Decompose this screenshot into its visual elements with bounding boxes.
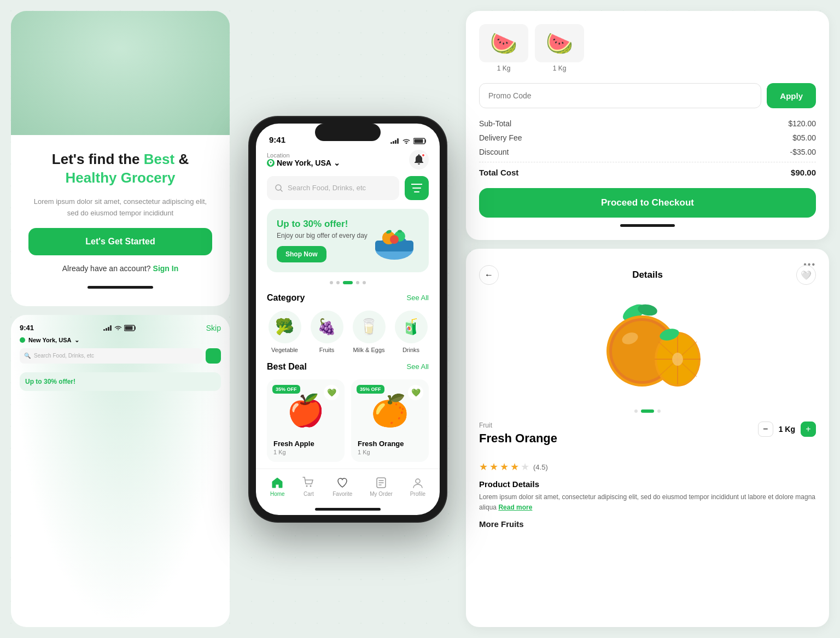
- best-deal-see-all[interactable]: See All: [407, 362, 429, 371]
- category-vegetable-label: Vegetable: [271, 347, 298, 353]
- nav-home[interactable]: Home: [270, 476, 285, 497]
- mini-search-bar: 🔍 Search Food, Drinks, etc: [20, 348, 202, 364]
- notification-dot: [421, 153, 425, 157]
- status-time: 9:41: [269, 135, 285, 144]
- svg-point-35: [390, 235, 399, 244]
- category-vegetable[interactable]: 🥦 Vegetable: [267, 311, 302, 353]
- hero-dot-3: [657, 409, 661, 413]
- fruits-icon: 🍇: [311, 311, 343, 343]
- orange-name: Fresh Orange: [358, 440, 422, 448]
- mini-phone-card: 9:41: [11, 315, 230, 628]
- center-panel: 9:41: [238, 11, 457, 627]
- checkout-button[interactable]: Proceed to Checkout: [479, 188, 816, 218]
- product-orange-card[interactable]: 35% OFF 💚 🍊 Fresh Orange 1 Kg: [351, 379, 429, 462]
- location-bar: Location New York, USA ⌄: [267, 148, 429, 169]
- mini-status-icons: [103, 325, 136, 331]
- phone-screen: 9:41: [256, 124, 440, 515]
- product-apple-card[interactable]: 35% OFF 💚 🍎 Fresh Apple 1 Kg: [267, 379, 345, 462]
- cart-item-qty-2: 1 Kg: [535, 65, 584, 72]
- dot-3: [343, 281, 353, 284]
- star-4: ★: [510, 461, 519, 473]
- svg-point-12: [97, 58, 121, 83]
- total-row: Total Cost $90.00: [479, 162, 816, 177]
- decrease-quantity-button[interactable]: −: [758, 422, 773, 437]
- banner-subtitle: Enjoy our big offer of every day: [277, 232, 368, 239]
- categories-list: 🥦 Vegetable 🍇 Fruits 🥛 Milk & Eggs: [267, 311, 429, 353]
- get-started-button[interactable]: Let's Get Started: [28, 228, 212, 255]
- mini-skip-button[interactable]: Skip: [206, 324, 221, 332]
- category-fruits[interactable]: 🍇 Fruits: [309, 311, 345, 353]
- onboarding-hero-image: [11, 11, 230, 135]
- phone-frame: 9:41: [249, 117, 446, 522]
- star-1: ★: [479, 461, 488, 473]
- nav-profile[interactable]: Profile: [410, 476, 425, 497]
- discount-label: Discount: [479, 148, 509, 156]
- star-5: ★: [521, 461, 529, 473]
- details-header: ← Details 🤍: [479, 265, 816, 285]
- category-drinks[interactable]: 🧃 Drinks: [393, 311, 429, 353]
- search-input[interactable]: Search Food, Drinks, etc: [267, 176, 399, 200]
- svg-point-6: [96, 24, 145, 51]
- svg-rect-29: [415, 139, 423, 143]
- location-pin-icon: [267, 159, 275, 167]
- svg-point-13: [101, 62, 118, 79]
- product-detail-name: Fresh Orange: [479, 431, 557, 446]
- shop-now-button[interactable]: Shop Now: [277, 246, 326, 262]
- dot-2: [336, 281, 340, 284]
- promo-code-input[interactable]: [479, 83, 761, 108]
- banner-pagination-dots: [267, 281, 429, 284]
- quantity-value: 1 Kg: [779, 425, 795, 434]
- phone-home-indicator: [256, 504, 440, 515]
- vegetable-icon: 🥦: [269, 311, 301, 343]
- cart-card: 🍉 1 Kg 🍉 1 Kg Apply Sub-Total $120.00: [466, 11, 829, 240]
- increase-quantity-button[interactable]: +: [801, 422, 816, 437]
- orange-favorite-button[interactable]: 💚: [408, 385, 423, 400]
- category-title: Category: [267, 293, 305, 303]
- svg-rect-22: [125, 326, 133, 330]
- mini-phone-content: 9:41: [20, 324, 221, 391]
- svg-point-0: [66, 11, 175, 135]
- signin-prompt: Already have an account? Sign In: [62, 264, 178, 273]
- category-see-all[interactable]: See All: [407, 294, 429, 302]
- nav-orders[interactable]: My Order: [370, 476, 393, 497]
- favorite-button[interactable]: 🤍: [796, 265, 816, 285]
- home-nav-label: Home: [270, 491, 285, 497]
- total-label: Total Cost: [479, 168, 518, 177]
- cart-nav-label: Cart: [304, 491, 314, 497]
- home-bar: [315, 508, 381, 511]
- mini-location-bar: New York, USA ⌄: [20, 337, 221, 344]
- svg-point-15: [118, 65, 131, 82]
- svg-point-5: [96, 32, 145, 87]
- read-more-link[interactable]: Read more: [498, 504, 532, 511]
- back-button[interactable]: ←: [479, 265, 499, 285]
- total-value: $90.00: [791, 168, 816, 177]
- nav-favorite[interactable]: Favorite: [332, 476, 352, 497]
- favorite-nav-label: Favorite: [332, 491, 352, 497]
- mini-search-row: 🔍 Search Food, Drinks, etc: [20, 348, 221, 368]
- svg-point-38: [306, 485, 308, 487]
- svg-rect-16: [124, 65, 126, 69]
- drinks-icon: 🧃: [395, 311, 428, 343]
- notification-button[interactable]: [409, 150, 429, 169]
- quantity-control: − 1 Kg +: [758, 422, 816, 437]
- product-meta: Fruit Fresh Orange: [479, 422, 557, 450]
- svg-point-1: [93, 128, 148, 136]
- wifi-status-icon: [402, 138, 410, 144]
- orange-illustration: [587, 299, 708, 397]
- svg-rect-3: [79, 76, 101, 87]
- wifi-icon: [114, 325, 122, 331]
- phone-notch: [315, 124, 381, 141]
- cart-items-row: 🍉 1 Kg 🍉 1 Kg: [479, 24, 816, 72]
- category-milk-eggs[interactable]: 🥛 Milk & Eggs: [351, 311, 387, 353]
- mini-search-placeholder: Search Food, Drinks, etc: [34, 353, 94, 359]
- nav-cart[interactable]: Cart: [302, 476, 315, 497]
- search-placeholder: Search Food, Drinks, etc: [288, 184, 366, 192]
- dot-1: [330, 281, 333, 284]
- apply-promo-button[interactable]: Apply: [767, 83, 816, 108]
- product-hero-image: [479, 294, 816, 403]
- apple-favorite-button[interactable]: 💚: [324, 385, 339, 400]
- svg-point-11: [94, 63, 97, 67]
- signin-link[interactable]: Sign In: [153, 264, 179, 273]
- filter-button[interactable]: [405, 176, 429, 200]
- svg-rect-7: [96, 35, 107, 62]
